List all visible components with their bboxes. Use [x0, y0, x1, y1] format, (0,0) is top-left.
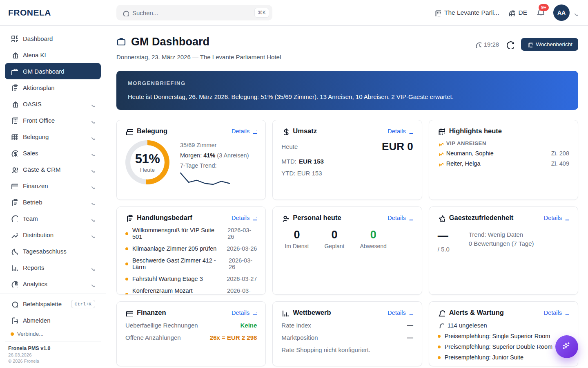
chevron-down-icon [89, 265, 95, 271]
bullet-dot [125, 247, 128, 250]
pie-chart-icon [11, 280, 18, 287]
star-icon [438, 214, 445, 222]
satisfaction-details-link[interactable]: Details [544, 215, 569, 221]
competition-details-link[interactable]: Details [388, 310, 413, 316]
sparkles-icon [561, 341, 572, 352]
topbar: ⌘K The Levante Parli... DE 9+ AA [106, 0, 588, 26]
revenue-card-title: Umsatz [281, 127, 317, 135]
command-palette-button[interactable]: Befehlspalette Ctrl+K [5, 296, 101, 312]
sidebar-item-sales[interactable]: Sales [5, 145, 101, 161]
occupancy-details-link[interactable]: Details [232, 128, 257, 135]
actions-card: Handlungsbedarf Details Willkommensgruß … [116, 206, 266, 295]
chevron-down-icon [89, 117, 95, 123]
title-actions: 19:28 Wochenbericht [475, 38, 578, 51]
revenue-details-link[interactable]: Details [388, 128, 413, 135]
title-row: GM Dashboard 19:28 Wochenbericht [116, 36, 578, 51]
occupancy-trend-label: 7-Tage Trend: [180, 162, 249, 169]
ai-assistant-fab[interactable] [555, 335, 578, 358]
sidebar-item-belegung[interactable]: Belegung [5, 128, 101, 145]
sidebar-item-oasis[interactable]: OASIS [5, 96, 101, 112]
time-display: 19:28 [475, 41, 499, 48]
sidebar-item-team[interactable]: Team [5, 210, 101, 227]
hotel-selector[interactable]: The Levante Parli... [434, 9, 499, 16]
connection-status: Verbinde... [5, 328, 101, 341]
arrow-right-icon [252, 128, 257, 134]
chevron-down-icon [89, 215, 95, 222]
command-palette-shortcut: Ctrl+K [71, 300, 95, 308]
staff-card-title: Personal heute [281, 214, 341, 222]
app-date: 26.03.2026 [8, 352, 98, 357]
building-icon [434, 9, 441, 16]
search-input[interactable] [132, 9, 251, 16]
notifications-button[interactable]: 9+ [536, 8, 544, 18]
vip-row: Reiter, Helga Zi. 409 [438, 160, 569, 167]
actions-card-title: Handlungsbedarf [125, 214, 192, 222]
bullet-dot [125, 263, 128, 265]
chevron-down-icon [89, 232, 95, 238]
credit-card-icon [125, 309, 133, 316]
occupancy-rooms: 35/69 Zimmer [180, 142, 249, 148]
bullet-dot [125, 278, 128, 280]
language-selector[interactable]: DE [508, 9, 527, 16]
user-menu[interactable]: AA [553, 4, 578, 21]
bell-icon [438, 309, 445, 316]
page-subtitle: Donnerstag, 23. März 2026 — The Levante … [116, 54, 578, 61]
weekly-report-button[interactable]: Wochenbericht [521, 38, 578, 51]
alerts-details-link[interactable]: Details [544, 310, 569, 316]
occupancy-sparkline [180, 172, 230, 186]
bed-icon [125, 128, 133, 135]
chevron-down-icon [89, 183, 95, 189]
task-row: Beschwerde Gast Zimmer 412 - Lärm 2026-0… [125, 257, 257, 270]
task-row: Fahrstuhl Wartung Etage 3 2026-03-27 [125, 276, 257, 282]
briefcase-icon [11, 67, 18, 75]
page-title: GM Dashboard [116, 36, 209, 48]
card-grid: Belegung Details 51% Heute [116, 120, 578, 366]
staff-stats: 0 Im Dienst 0 Geplant 0 Abwesend [281, 227, 413, 249]
sidebar-item-front-office[interactable]: Front Office [5, 112, 101, 128]
avatar: AA [553, 4, 570, 21]
moon-icon [11, 247, 18, 255]
morning-briefing-banner: MORGENBRIEFING Heute ist Donnerstag, 26.… [116, 71, 578, 110]
sidebar-item-analytics[interactable]: Analytics [5, 276, 101, 292]
sidebar-item-tagesabschluss[interactable]: Tagesabschluss [5, 243, 101, 259]
arrow-right-icon [252, 310, 257, 315]
refresh-button[interactable] [506, 40, 514, 49]
revenue-card: Umsatz Details Heute EUR 0 MTD: EUR 153 [272, 120, 422, 200]
brain-icon [11, 51, 18, 58]
search-box[interactable]: ⌘K [116, 5, 272, 20]
brain-icon [11, 100, 18, 108]
finance-details-link[interactable]: Details [232, 310, 257, 316]
highlights-card-title: Highlights heute [438, 127, 502, 135]
users-icon [11, 166, 18, 173]
revenue-today-row: Heute EUR 0 [281, 140, 413, 153]
staff-details-link[interactable]: Details [388, 215, 413, 221]
staff-stat: 0 Geplant [324, 229, 344, 249]
chevron-down-icon [89, 199, 95, 205]
sidebar-item-aktionsplan[interactable]: Aktionsplan [5, 79, 101, 96]
sidebar-item-finanzen[interactable]: Finanzen [5, 177, 101, 194]
arrow-right-icon [252, 215, 257, 220]
competition-note: Rate Shopping nicht konfiguriert. [281, 346, 413, 353]
actions-details-link[interactable]: Details [232, 215, 257, 221]
crown-icon [438, 150, 443, 156]
arrow-right-icon [564, 215, 569, 220]
competition-card: Wettbewerb Details Rate Index — Marktpos… [272, 301, 422, 366]
sidebar-item-gm-dashboard[interactable]: GM Dashboard [5, 63, 101, 79]
file-text-icon [527, 42, 532, 47]
sidebar-item-distribution[interactable]: Distribution [5, 227, 101, 243]
sidebar-item-betrieb[interactable]: Betrieb [5, 194, 101, 210]
sidebar-item-reports[interactable]: Reports [5, 259, 101, 276]
logout-button[interactable]: Abmelden [5, 312, 101, 328]
sidebar-item-gaeste-crm[interactable]: Gäste & CRM [5, 161, 101, 177]
arrow-right-icon [408, 215, 413, 220]
task-row: Willkommensgruß für VIP Suite 501 2026-0… [125, 227, 257, 240]
occupancy-period: Heute [140, 167, 155, 173]
alert-row: Preisempfehlung: Single Superior Room [438, 333, 569, 339]
main-area: ⌘K The Levante Parli... DE 9+ AA [106, 0, 588, 368]
calendar-icon [438, 128, 445, 135]
search-shortcut-kbd: ⌘K [254, 8, 269, 18]
highlights-card: Highlights heute VIP ANREISEN Neumann, S… [429, 120, 578, 200]
sidebar-item-alena-ki[interactable]: Alena KI [5, 47, 101, 63]
sidebar-item-dashboard[interactable]: Dashboard [5, 30, 101, 47]
satisfaction-scale: / 5.0 [438, 246, 459, 253]
